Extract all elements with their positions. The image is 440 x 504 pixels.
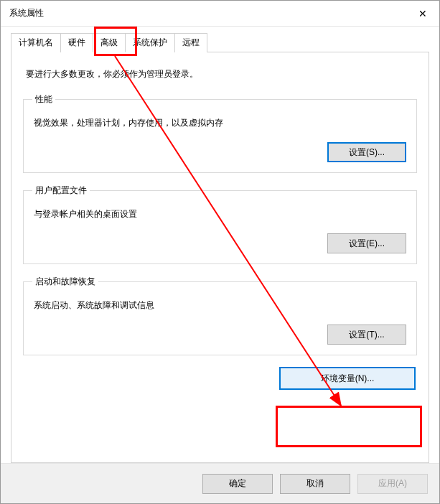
cancel-button[interactable]: 取消 xyxy=(280,474,350,494)
admin-notice: 要进行大多数更改，你必须作为管理员登录。 xyxy=(26,68,417,80)
close-button[interactable]: ✕ xyxy=(406,1,439,27)
tab-panel-advanced: 要进行大多数更改，你必须作为管理员登录。 性能 视觉效果，处理器计划，内存使用，… xyxy=(11,52,429,463)
tab-remote[interactable]: 远程 xyxy=(174,33,207,52)
user-profiles-settings-button[interactable]: 设置(E)... xyxy=(327,233,406,253)
close-icon: ✕ xyxy=(418,8,427,19)
group-startup-recovery-legend: 启动和故障恢复 xyxy=(32,276,98,288)
tab-hardware[interactable]: 硬件 xyxy=(60,33,93,52)
performance-desc: 视觉效果，处理器计划，内存使用，以及虚拟内存 xyxy=(34,117,406,129)
group-startup-recovery: 启动和故障恢复 系统启动、系统故障和调试信息 设置(T)... xyxy=(23,276,417,355)
titlebar: 系统属性 ✕ xyxy=(1,1,439,27)
startup-recovery-desc: 系统启动、系统故障和调试信息 xyxy=(34,299,406,312)
dialog-footer: 确定 取消 应用(A) xyxy=(1,463,439,503)
group-user-profiles-legend: 用户配置文件 xyxy=(32,185,90,197)
content-area: 计算机名 硬件 高级 系统保护 远程 要进行大多数更改，你必须作为管理员登录。 … xyxy=(1,27,439,463)
group-user-profiles: 用户配置文件 与登录帐户相关的桌面设置 设置(E)... xyxy=(23,185,417,264)
user-profiles-desc: 与登录帐户相关的桌面设置 xyxy=(34,208,406,220)
performance-settings-button[interactable]: 设置(S)... xyxy=(327,142,406,162)
startup-recovery-settings-button[interactable]: 设置(T)... xyxy=(327,325,406,345)
tab-advanced[interactable]: 高级 xyxy=(93,33,126,52)
tab-strip: 计算机名 硬件 高级 系统保护 远程 xyxy=(11,32,429,52)
environment-variables-button[interactable]: 环境变量(N)... xyxy=(279,367,416,390)
apply-button[interactable]: 应用(A) xyxy=(357,474,428,494)
system-properties-window: 系统属性 ✕ 计算机名 硬件 高级 系统保护 远程 要进行大多数更改，你必须作为… xyxy=(0,0,440,504)
window-title: 系统属性 xyxy=(9,7,44,19)
tab-computer-name[interactable]: 计算机名 xyxy=(11,33,61,52)
ok-button[interactable]: 确定 xyxy=(202,474,273,494)
group-performance: 性能 视觉效果，处理器计划，内存使用，以及虚拟内存 设置(S)... xyxy=(23,93,417,173)
tab-system-protection[interactable]: 系统保护 xyxy=(125,33,175,52)
group-performance-legend: 性能 xyxy=(32,93,55,106)
